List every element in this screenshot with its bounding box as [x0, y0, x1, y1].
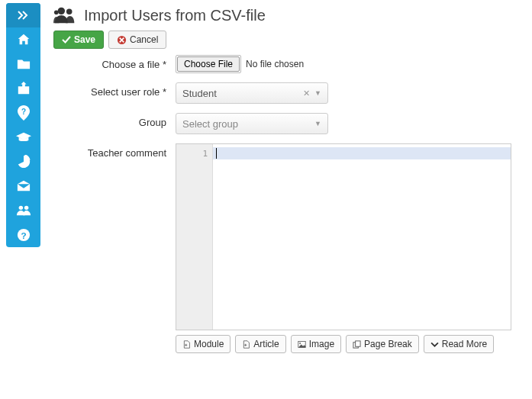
choose-file-button[interactable]: Choose File: [177, 56, 240, 72]
folder-icon: [17, 58, 31, 70]
file-plus-icon: [242, 340, 250, 349]
sidebar-item-users[interactable]: [6, 198, 40, 223]
pin-question-icon: ?: [17, 105, 31, 121]
envelope-open-icon: [17, 180, 31, 192]
sidebar-item-help[interactable]: ?: [6, 101, 40, 125]
sidebar-item-home[interactable]: [6, 27, 40, 52]
action-buttons: Save Cancel: [53, 31, 524, 49]
group-select[interactable]: Select group ▼: [176, 113, 328, 134]
article-button-label: Article: [253, 339, 279, 349]
read-more-button-label: Read More: [442, 339, 487, 349]
chevron-down-icon: ▼: [314, 89, 321, 97]
save-button[interactable]: Save: [53, 31, 104, 49]
row-user-role: Select user role * Student ✕ ▼: [53, 82, 524, 104]
pie-chart-icon: [17, 155, 31, 169]
home-icon: [17, 33, 31, 47]
svg-rect-12: [356, 340, 360, 346]
sidebar-item-question[interactable]: ?: [6, 223, 40, 247]
sidebar-item-inbox[interactable]: [6, 174, 40, 198]
user-role-select[interactable]: Student ✕ ▼: [176, 82, 328, 104]
editor-textarea[interactable]: [213, 144, 511, 330]
label-choose-file: Choose a file *: [53, 55, 176, 70]
editor-gutter: 1: [176, 144, 213, 330]
group-placeholder: Select group: [182, 118, 314, 130]
cancel-button-label: Cancel: [130, 34, 158, 45]
read-more-button[interactable]: Read More: [424, 335, 494, 353]
active-line-highlight: [213, 147, 511, 159]
cancel-icon: [117, 35, 127, 45]
clear-icon[interactable]: ✕: [303, 88, 310, 98]
save-button-label: Save: [74, 34, 95, 45]
module-button[interactable]: Module: [176, 335, 231, 353]
graduation-cap-icon: [16, 132, 31, 143]
file-input-wrap: Choose File: [176, 55, 241, 73]
check-icon: [62, 35, 71, 44]
chevron-down-icon: [430, 340, 439, 349]
row-group: Group Select group ▼: [53, 113, 524, 134]
question-circle-icon: ?: [17, 228, 31, 242]
file-plus-icon: [182, 340, 191, 349]
article-button[interactable]: Article: [235, 335, 285, 353]
svg-point-7: [54, 10, 59, 14]
image-button-label: Image: [309, 339, 334, 349]
sidebar-item-box[interactable]: [6, 76, 40, 101]
svg-text:?: ?: [21, 108, 25, 116]
line-number: 1: [176, 149, 208, 159]
svg-text:?: ?: [21, 230, 26, 240]
label-user-role: Select user role *: [53, 82, 176, 98]
svg-point-5: [58, 8, 65, 14]
svg-point-1: [18, 206, 22, 210]
page-title-row: Import Users from CSV-file: [53, 6, 524, 24]
label-teacher-comment: Teacher comment: [53, 143, 176, 159]
code-editor[interactable]: 1: [176, 143, 511, 330]
page-break-button-label: Page Break: [364, 339, 412, 349]
svg-point-6: [66, 9, 73, 15]
row-choose-file: Choose a file * Choose File No file chos…: [53, 55, 524, 73]
copy-icon: [353, 340, 361, 349]
box-up-icon: [17, 82, 31, 95]
cancel-button[interactable]: Cancel: [108, 31, 166, 49]
sidebar: ? ?: [6, 3, 40, 247]
sidebar-item-files[interactable]: [6, 52, 40, 76]
label-group: Group: [53, 113, 176, 128]
page-break-button[interactable]: Page Break: [346, 335, 419, 353]
image-icon: [298, 340, 306, 349]
users-icon: [53, 6, 78, 24]
text-cursor: [216, 148, 217, 159]
chevron-right-double-icon: [18, 11, 30, 20]
user-role-value: Student: [182, 88, 303, 99]
chevron-down-icon: ▼: [314, 120, 321, 127]
sidebar-item-graduation[interactable]: [6, 125, 40, 150]
users-icon: [16, 204, 31, 217]
svg-point-10: [299, 342, 301, 343]
file-status: No file chosen: [246, 59, 304, 69]
page-title: Import Users from CSV-file: [84, 7, 266, 24]
svg-point-2: [24, 206, 27, 210]
module-button-label: Module: [194, 339, 224, 349]
sidebar-expand-button[interactable]: [6, 3, 40, 27]
editor-toolbar: Module Article Image Page Break Read Mor…: [176, 335, 524, 353]
main-content: Import Users from CSV-file Save Cancel C…: [53, 6, 524, 353]
image-button[interactable]: Image: [291, 335, 341, 353]
sidebar-item-reports[interactable]: [6, 150, 40, 174]
row-teacher-comment: Teacher comment 1 Module Article: [53, 143, 524, 353]
